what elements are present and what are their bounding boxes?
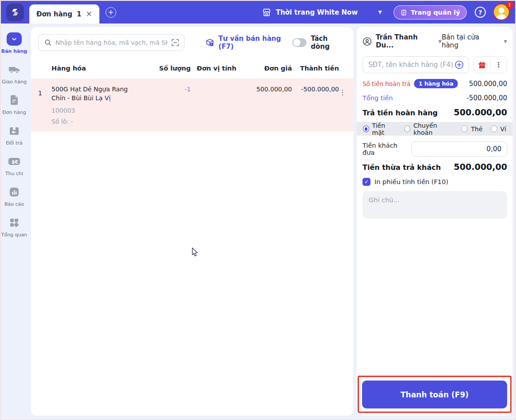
radio-icon <box>461 126 468 132</box>
order-main-area: Tư vấn bán hàng (F7) Tách dòng Hàng hóa … <box>31 27 353 416</box>
help-button[interactable]: ? <box>475 7 486 18</box>
sapo-logo-icon[interactable] <box>6 4 24 21</box>
print-receipt-option[interactable]: ✓ In phiếu tính tiền (F10) <box>357 178 512 186</box>
tab-label: Đơn hàng <box>36 10 72 18</box>
order-tab[interactable]: Đơn hàng 1 × <box>29 4 99 24</box>
admin-page-label: Trang quản lý <box>411 9 460 16</box>
note-input[interactable] <box>362 191 507 219</box>
customer-search-input[interactable] <box>368 61 454 69</box>
customer-given-input[interactable] <box>412 142 507 156</box>
table-header: Hàng hóa Số lượng Đơn vị tính Đơn giá Th… <box>31 61 353 76</box>
consult-box-icon <box>205 38 215 47</box>
radio-vi[interactable]: Ví <box>491 126 506 133</box>
total-amount: -500.000,00 <box>467 94 507 102</box>
row-index: 1 <box>38 85 51 97</box>
mouse-cursor <box>192 247 199 257</box>
return-box-icon <box>6 124 22 137</box>
split-line-toggle[interactable] <box>292 38 307 47</box>
table-row[interactable]: 1 500G Hạt Dẻ Ngựa Rang Chín - Bùi Bùi L… <box>31 79 353 131</box>
sell-icon <box>6 32 22 46</box>
customer-given-field[interactable] <box>411 141 507 157</box>
unit-price[interactable]: 500.000,00 <box>242 85 292 93</box>
refund-amount: 500.000,00 <box>469 80 507 88</box>
sidebar-item-label: Thu chi <box>5 171 23 177</box>
sidebar-item-doi-tra[interactable]: Đổi trả <box>1 124 28 146</box>
sidebar-item-thu-chi[interactable]: $€ Thu chi <box>1 155 28 177</box>
staff-name: Trần Thanh Du... <box>376 33 431 49</box>
col-thanh-tien: Thành tiền <box>292 65 339 72</box>
product-name: 500G Hạt Dẻ Ngựa Rang Chín - Bùi Bùi Lạ … <box>51 85 140 103</box>
sidebar-item-label: Đơn hàng <box>2 110 26 115</box>
svg-text:€: € <box>15 159 19 165</box>
customer-given-label: Tiền khách đưa <box>362 142 411 156</box>
radio-icon <box>404 126 410 132</box>
top-bar: Đơn hàng 1 × + Thời trang White Now ▼ <box>1 1 515 24</box>
product-search-input[interactable] <box>55 39 167 46</box>
sidebar: Bán hàng Giao hàng Đơn hàng Đổi trả <box>1 27 28 416</box>
tab-close-icon[interactable]: × <box>86 10 92 18</box>
checkbox-checked-icon[interactable]: ✓ <box>362 178 370 186</box>
cash-icon: $€ <box>6 155 22 168</box>
payment-method-band: Tiền mặt Chuyển khoản Thẻ Ví <box>357 122 512 136</box>
svg-text:$: $ <box>12 159 15 165</box>
pay-refund-label: Trả tiền hoàn hàng <box>362 109 438 117</box>
item-count-badge: 1 hàng hóa <box>414 79 458 88</box>
extra-actions-group: ⋮ <box>473 56 507 73</box>
sidebar-item-label: Đổi trả <box>6 140 22 146</box>
sidebar-item-giao-hang[interactable]: Giao hàng <box>1 63 28 85</box>
split-line-label: Tách dòng <box>311 35 346 51</box>
method-label: Thẻ <box>471 126 482 133</box>
person-icon <box>362 37 372 46</box>
truck-icon <box>6 63 22 76</box>
radio-chuyen-khoan[interactable]: Chuyển khoản <box>404 122 453 136</box>
checkout-panel: Trần Thanh Du... ▼ Bán tại cửa hàng ▼ <box>357 27 512 416</box>
store-selector[interactable]: Thời trang White Now ▼ <box>262 8 382 17</box>
more-options-button[interactable]: ⋮ <box>491 57 507 73</box>
chevron-down-icon: ▼ <box>504 39 507 44</box>
quantity-value[interactable]: -1 <box>154 85 191 93</box>
notification-badge: ! <box>506 1 513 9</box>
sidebar-item-label: Giao hàng <box>2 79 27 85</box>
product-sku: 100003 <box>51 107 154 114</box>
sidebar-item-label: Bán hàng <box>1 48 27 54</box>
radio-tien-mat[interactable]: Tiền mặt <box>363 122 396 136</box>
radio-icon <box>491 126 497 132</box>
product-search[interactable] <box>38 34 185 51</box>
refund-label: Số tiền hoàn trả <box>362 80 410 87</box>
change-label: Tiền thừa trả khách <box>362 163 441 172</box>
sidebar-item-ban-hang[interactable]: Bán hàng <box>1 32 28 54</box>
sidebar-item-label: Tổng quan <box>1 232 28 238</box>
note-area <box>357 191 512 220</box>
pay-refund-amount: 500.000,00 <box>454 107 507 117</box>
channel-label: Bán tại cửa hàng <box>441 33 492 49</box>
sidebar-item-bao-cao[interactable]: Báo cáo <box>1 185 28 207</box>
new-tab-button[interactable]: + <box>106 7 116 18</box>
staff-selector[interactable]: Trần Thanh Du... ▼ <box>362 33 441 49</box>
checkout-button[interactable]: Thanh toán (F9) <box>362 381 507 408</box>
store-icon <box>262 8 272 17</box>
radio-the[interactable]: Thẻ <box>461 126 482 133</box>
grid-icon <box>6 216 22 229</box>
change-amount: 500.000,00 <box>454 162 507 172</box>
sidebar-item-don-hang[interactable]: Đơn hàng <box>1 94 28 115</box>
col-don-gia: Đơn giá <box>242 65 292 72</box>
sales-consult-button[interactable]: Tư vấn bán hàng (F7) <box>205 35 292 51</box>
split-line-group: Tách dòng <box>292 35 346 51</box>
sales-channel-selector[interactable]: Bán tại cửa hàng ▼ <box>441 33 507 49</box>
user-avatar[interactable]: ! <box>493 4 511 21</box>
admin-page-button[interactable]: Trang quản lý <box>394 5 467 20</box>
tab-count: 1 <box>77 10 81 18</box>
add-customer-icon[interactable] <box>454 60 464 70</box>
product-lot: Số lô: - <box>51 118 154 125</box>
row-menu-icon[interactable]: ⋮ <box>339 85 346 97</box>
checkout-highlight-annotation: Thanh toán (F9) <box>358 376 512 413</box>
total-label[interactable]: Tổng tiền <box>362 94 393 102</box>
promotion-gift-button[interactable] <box>474 57 490 73</box>
barcode-scan-icon[interactable] <box>171 39 180 47</box>
line-total: -500.000,00 <box>292 85 339 93</box>
sidebar-item-tong-quan[interactable]: Tổng quan <box>1 216 28 238</box>
method-label: Tiền mặt <box>372 122 397 136</box>
product-toolbar: Tư vấn bán hàng (F7) Tách dòng <box>31 34 353 51</box>
chart-icon <box>6 185 22 199</box>
customer-search[interactable] <box>362 56 469 73</box>
